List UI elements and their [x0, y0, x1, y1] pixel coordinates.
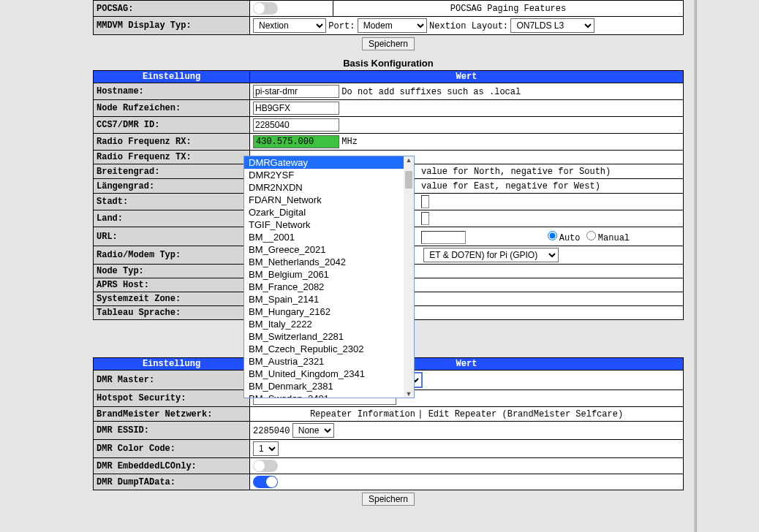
modem-label: Radio/Modem Typ:: [94, 246, 250, 265]
hdr-einstellung2: Einstellung: [94, 358, 250, 370]
list-item[interactable]: BM_United_Kingdom_2341: [244, 368, 414, 380]
list-item[interactable]: BM_Italy_2222: [244, 318, 414, 330]
callsign-input[interactable]: [253, 102, 339, 115]
list-item[interactable]: BM_France_2082: [244, 281, 414, 293]
mmdvm-display-select[interactable]: Nextion: [253, 18, 326, 33]
pocsag-desc: POCSAG Paging Features: [333, 1, 684, 17]
aprs-label: APRS Host:: [94, 278, 250, 292]
hostname-label: Hostname:: [94, 83, 250, 100]
top-table: POCSAG: POCSAG Paging Features MMDVM Dis…: [93, 0, 684, 35]
list-item[interactable]: BM_Greece_2021: [244, 243, 414, 256]
speichern-top[interactable]: Speichern: [362, 37, 415, 50]
lon-hint: value for East, negative for West): [421, 181, 600, 191]
row-mmdvm-label: MMDVM Display Typ:: [94, 17, 250, 35]
tz-label: Systemzeit Zone:: [94, 292, 250, 306]
essid-label: DMR ESSID:: [94, 422, 250, 440]
essid-value: 2285040: [253, 426, 290, 436]
dumpta-toggle[interactable]: [253, 476, 278, 488]
nextion-layout-label: Nextion Layout:: [429, 21, 508, 31]
list-item[interactable]: FDARN_Network: [244, 194, 414, 206]
essid-select[interactable]: None: [292, 423, 334, 438]
url-auto-radio[interactable]: [548, 231, 557, 240]
land-label: Land:: [94, 210, 250, 227]
scroll-down-icon[interactable]: ▼: [404, 390, 414, 398]
mmdvm-port-select[interactable]: Modem: [358, 18, 427, 33]
list-item[interactable]: Ozark_Digital: [244, 206, 414, 218]
modem-select[interactable]: ET & DO7EN) for Pi (GPIO): [423, 248, 559, 262]
list-item[interactable]: DMR2NXDN: [244, 181, 414, 194]
port-label: Port:: [328, 21, 355, 31]
embeddedlc-toggle[interactable]: [253, 460, 278, 472]
stadt-label: Stadt:: [94, 194, 250, 210]
url-manual-radio[interactable]: [586, 231, 596, 240]
dmrid-label: CCS7/DMR ID:: [94, 117, 250, 134]
embeddedlc-label: DMR EmbeddedLCOnly:: [94, 458, 250, 474]
hostname-input[interactable]: [253, 85, 339, 98]
list-item[interactable]: TGIF_Network: [244, 218, 414, 231]
hostname-hint: Do not add suffixes such as .local: [341, 87, 521, 97]
stadt-stub[interactable]: [421, 195, 429, 208]
land-stub[interactable]: [421, 212, 429, 225]
pocsag-toggle[interactable]: [253, 2, 278, 15]
hdr-einstellung: Einstellung: [94, 71, 250, 83]
list-item[interactable]: BM_Denmark_2381: [244, 380, 414, 392]
hdr-wert: Wert: [250, 71, 684, 83]
freqrx-label: Radio Frequenz RX:: [94, 134, 250, 151]
edit-repeater-link[interactable]: Edit Repeater (BrandMeister Selfcare): [428, 409, 623, 419]
lang-label: Tableau Sprache:: [94, 306, 250, 320]
dmrmaster-label: DMR Master:: [94, 370, 250, 390]
nodetyp-label: Node Typ:: [94, 265, 250, 278]
section-basis-title: Basis Konfiguration: [93, 58, 684, 69]
list-item[interactable]: BM_Switzerland_2281: [244, 330, 414, 343]
scroll-up-icon[interactable]: ▲: [404, 156, 414, 164]
lon-label: Längengrad:: [94, 179, 250, 194]
bmnet-label: BrandMeister Netzwerk:: [94, 407, 250, 422]
colorcode-label: DMR Color Code:: [94, 440, 250, 458]
hotspot-label: Hotspot Security:: [94, 390, 250, 407]
list-item[interactable]: BM_Austria_2321: [244, 355, 414, 368]
listbox-scrollbar[interactable]: ▲ ▼: [404, 156, 414, 398]
url-manual-label: Manual: [598, 233, 630, 243]
freqrx-value[interactable]: 430.575.000: [253, 135, 339, 148]
dmrmaster-listbox[interactable]: DMRGateway DMR2YSF DMR2NXDN FDARN_Networ…: [243, 156, 415, 398]
list-item[interactable]: BM_Belgium_2061: [244, 268, 414, 281]
url-auto-label: Auto: [559, 233, 581, 243]
list-item[interactable]: BM__2001: [244, 231, 414, 243]
callsign-label: Node Rufzeichen:: [94, 100, 250, 117]
list-item[interactable]: DMRGateway: [244, 156, 414, 169]
freqtx-label: Radio Frequenz TX:: [94, 151, 250, 164]
lat-label: Breitengrad:: [94, 164, 250, 179]
dmrid-input[interactable]: [253, 118, 339, 132]
freqrx-unit: MHz: [341, 137, 358, 147]
row-pocsag-label: POCSAG:: [94, 1, 250, 17]
url-label: URL:: [94, 227, 250, 246]
speichern-bottom[interactable]: Speichern: [362, 493, 415, 506]
scroll-thumb[interactable]: [405, 171, 412, 189]
list-item[interactable]: DMR2YSF: [244, 169, 414, 181]
colorcode-select[interactable]: 1: [253, 441, 279, 456]
list-item[interactable]: BM_Hungary_2162: [244, 305, 414, 318]
right-edge: [694, 0, 697, 532]
list-item[interactable]: BM_Spain_2141: [244, 293, 414, 305]
list-item[interactable]: BM_Netherlands_2042: [244, 256, 414, 268]
list-item[interactable]: BM_Sweden_2401: [244, 392, 414, 398]
dumpta-label: DMR DumpTAData:: [94, 474, 250, 490]
url-stub[interactable]: [421, 231, 466, 244]
lat-hint: value for North, negative for South): [421, 167, 611, 177]
repeater-info-link[interactable]: Repeater Information: [310, 409, 415, 419]
list-item[interactable]: BM_Czech_Republic_2302: [244, 343, 414, 355]
nextion-layout-select[interactable]: ON7LDS L3: [510, 18, 594, 33]
